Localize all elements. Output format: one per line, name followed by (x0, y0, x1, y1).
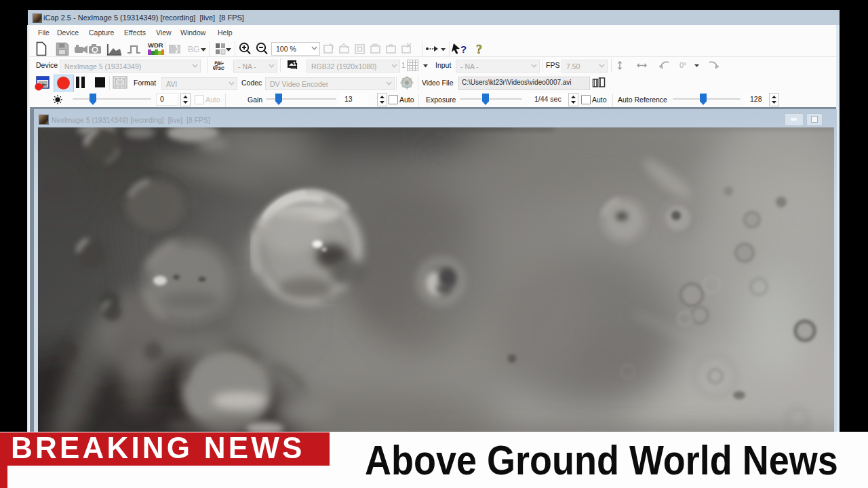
svg-text:WDR: WDR (148, 41, 163, 49)
svg-text:BG: BG (188, 45, 199, 54)
svg-text:?: ? (460, 43, 467, 55)
svg-text:NTSC: NTSC (213, 66, 225, 70)
svg-text:?: ? (476, 43, 482, 56)
svg-text:0°: 0° (679, 61, 687, 69)
